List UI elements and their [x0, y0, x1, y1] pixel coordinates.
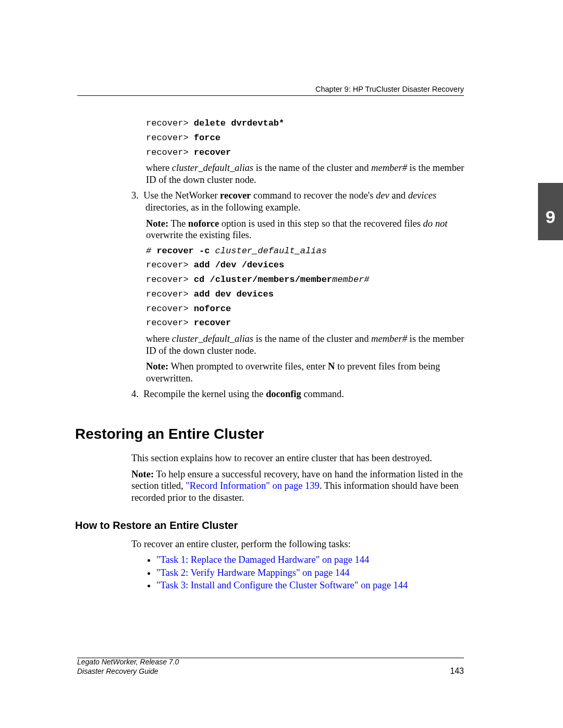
note-1: Note: The noforce option is used in this… — [146, 218, 465, 241]
text: The — [168, 218, 188, 229]
task-link-1[interactable]: "Task 1: Replace the Damaged Hardware" o… — [156, 554, 369, 565]
code-prompt: recover> — [146, 304, 189, 314]
code-cmd: delete dvrdevtab* — [189, 118, 285, 128]
code-arg: member# — [332, 275, 369, 285]
code-block-2: # recover -c cluster_default_alias recov… — [146, 245, 465, 329]
text: is the name of the cluster and — [253, 334, 371, 344]
command-name: doconfig — [266, 389, 301, 399]
text: Recompile the kernel using the — [143, 389, 266, 399]
chapter-tab: 9 — [538, 183, 563, 240]
section-intro: This section explains how to recover an … — [131, 452, 465, 464]
variable: cluster_default_alias — [172, 334, 253, 344]
tasks-intro: To recover an entire cluster, perform th… — [131, 538, 465, 550]
dir-name: devices — [408, 190, 436, 201]
note-label: Note: — [146, 361, 168, 372]
chapter-number: 9 — [546, 207, 556, 227]
footer-product: Legato NetWorker, Release 7.0 — [77, 658, 179, 667]
code-cmd: cd /cluster/members/member — [189, 275, 332, 285]
code-prompt: recover> — [146, 275, 189, 285]
header-rule — [77, 95, 464, 96]
note-2: Note: When prompted to overwrite files, … — [146, 361, 465, 384]
where-paragraph-2: where cluster_default_alias is the name … — [146, 333, 465, 356]
note-label: Note: — [131, 469, 154, 479]
cross-ref-link[interactable]: "Record Information" on page 139 — [186, 480, 320, 491]
step-number: 3. — [131, 190, 139, 201]
code-prompt: recover> — [146, 133, 189, 143]
text: Use the NetWorker — [143, 190, 220, 201]
code-prompt: recover> — [146, 118, 189, 128]
text: option is used in this step so that the … — [219, 218, 423, 229]
code-arg: cluster_default_alias — [210, 246, 326, 256]
task-item: "Task 2: Verify Hardware Mappings" on pa… — [156, 567, 465, 579]
page-number: 143 — [450, 667, 464, 676]
emphasis: do not — [423, 218, 448, 229]
text: directories, as in the following example… — [145, 202, 300, 213]
code-prompt: recover> — [146, 318, 189, 328]
running-header: Chapter 9: HP TruCluster Disaster Recove… — [315, 85, 464, 93]
step-4: 4. Recompile the kernel using the doconf… — [131, 388, 465, 400]
heading-how-to: How to Restore an Entire Cluster — [75, 519, 465, 532]
step-number: 4. — [131, 389, 139, 399]
code-cmd: noforce — [189, 304, 231, 314]
option-name: noforce — [188, 218, 219, 229]
text: command to recover the node's — [251, 190, 376, 201]
where-paragraph-1: where cluster_default_alias is the name … — [146, 162, 465, 186]
code-prompt: recover> — [146, 289, 189, 299]
task-link-3[interactable]: "Task 3: Install and Configure the Clust… — [156, 580, 408, 590]
variable: cluster_default_alias — [172, 163, 253, 173]
task-list: "Task 1: Replace the Damaged Hardware" o… — [146, 554, 465, 591]
dir-name: dev — [376, 190, 389, 201]
code-cmd: recover — [189, 147, 231, 157]
heading-restoring: Restoring an Entire Cluster — [75, 425, 465, 443]
text: where — [146, 334, 172, 344]
code-cmd: force — [189, 133, 221, 143]
note-3: Note: To help ensure a successful recove… — [131, 468, 465, 504]
code-block-1: recover> delete dvrdevtab* recover> forc… — [146, 118, 465, 158]
variable: member# — [371, 334, 407, 344]
text: When prompted to overwrite files, enter — [168, 361, 328, 372]
text: and — [389, 190, 408, 201]
variable: member# — [371, 163, 407, 173]
task-link-2[interactable]: "Task 2: Verify Hardware Mappings" on pa… — [156, 567, 350, 578]
code-prompt: recover> — [146, 260, 189, 270]
code-cmd: add /dev /devices — [189, 260, 285, 270]
note-label: Note: — [146, 218, 168, 229]
code-cmd: recover — [189, 318, 231, 328]
task-item: "Task 1: Replace the Damaged Hardware" o… — [156, 554, 465, 566]
text: overwrite the existing files. — [146, 230, 251, 240]
code-prompt: recover> — [146, 147, 189, 157]
code-prompt: # — [146, 246, 151, 256]
page: Chapter 9: HP TruCluster Disaster Recove… — [0, 0, 563, 728]
footer-left: Legato NetWorker, Release 7.0 Disaster R… — [77, 658, 179, 676]
task-item: "Task 3: Install and Configure the Clust… — [156, 579, 465, 591]
code-cmd: add dev devices — [189, 289, 274, 299]
text: command. — [301, 389, 344, 399]
command-name: recover — [220, 190, 251, 201]
text: where — [146, 163, 172, 173]
step-3: 3. Use the NetWorker recover command to … — [131, 190, 465, 213]
key-name: N — [328, 361, 335, 372]
code-cmd: recover -c — [151, 246, 210, 256]
body-content: recover> delete dvrdevtab* recover> forc… — [131, 115, 465, 593]
footer-doc-title: Disaster Recovery Guide — [77, 667, 179, 676]
text: is the name of the cluster and — [253, 163, 371, 173]
